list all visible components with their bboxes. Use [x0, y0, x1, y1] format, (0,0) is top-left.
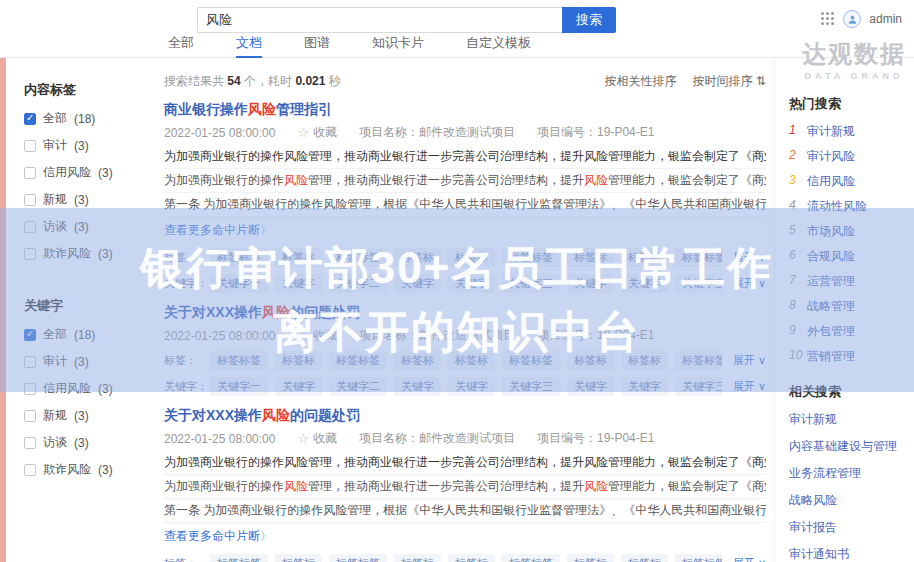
- tag-chip[interactable]: 标签标: [394, 248, 441, 267]
- filter-item-all[interactable]: 全部(18): [8, 321, 160, 348]
- result-title[interactable]: 关于对XXX操作风险的问题处罚: [164, 303, 766, 321]
- tag-chip[interactable]: 关键字: [394, 377, 441, 396]
- checkbox[interactable]: [24, 221, 36, 233]
- related-search-item[interactable]: 内容基础建设与管理: [789, 438, 914, 455]
- hot-search-item[interactable]: 8战略管理: [789, 298, 914, 315]
- checkbox[interactable]: [24, 194, 36, 206]
- tag-chip[interactable]: 标签标: [567, 351, 614, 370]
- checkbox[interactable]: [24, 329, 36, 341]
- apps-grid-icon[interactable]: [821, 12, 835, 26]
- filter-item-audit[interactable]: 审计(3): [8, 348, 160, 375]
- tag-chip[interactable]: 标签标签: [675, 248, 722, 267]
- tag-chip[interactable]: 标签标: [567, 248, 614, 267]
- tag-chip[interactable]: 关键字: [448, 377, 495, 396]
- tag-chip[interactable]: 关键字: [567, 377, 614, 396]
- filter-item-all[interactable]: 全部(18): [8, 105, 160, 132]
- hot-search-item[interactable]: 3信用风险: [789, 173, 914, 190]
- tag-chip[interactable]: 关键字三: [675, 377, 722, 396]
- tag-chip[interactable]: 标签标: [394, 554, 441, 562]
- hot-search-item[interactable]: 1审计新规: [789, 123, 914, 140]
- tag-chip[interactable]: 关键字一: [210, 377, 268, 396]
- tag-chip[interactable]: 标签标签: [329, 248, 387, 267]
- checkbox[interactable]: [24, 140, 36, 152]
- filter-item-interview[interactable]: 访谈(3): [8, 429, 160, 456]
- tag-chip[interactable]: 关键字二: [329, 377, 387, 396]
- hot-search-item[interactable]: 6合规风险: [789, 248, 914, 265]
- tag-chip[interactable]: 标签标: [448, 554, 495, 562]
- tag-chip[interactable]: 关键字: [567, 274, 614, 293]
- view-more-snippets-link[interactable]: 查看更多命中片断〉: [164, 522, 766, 547]
- favorite-button[interactable]: ☆收藏: [297, 430, 337, 447]
- tag-chip[interactable]: 标签标签: [675, 351, 722, 370]
- checkbox[interactable]: [24, 113, 36, 125]
- tag-chip[interactable]: 标签标签: [329, 554, 387, 562]
- tag-chip[interactable]: 关键字三: [502, 377, 560, 396]
- filter-item-fraud-risk[interactable]: 欺诈风险(3): [8, 456, 160, 483]
- tag-chip[interactable]: 标签标签: [675, 554, 722, 562]
- related-search-item[interactable]: 审计通知书: [789, 546, 914, 562]
- checkbox[interactable]: [24, 356, 36, 368]
- checkbox[interactable]: [24, 437, 36, 449]
- tag-chip[interactable]: 标签标: [394, 351, 441, 370]
- tag-chip[interactable]: 关键字: [275, 274, 322, 293]
- filter-item-new-rules[interactable]: 新规(3): [8, 402, 160, 429]
- checkbox[interactable]: [24, 410, 36, 422]
- filter-item-credit-risk[interactable]: 信用风险(3): [8, 159, 160, 186]
- tag-chip[interactable]: 标签标: [275, 351, 322, 370]
- tag-chip[interactable]: 标签标签: [210, 351, 268, 370]
- tag-chip[interactable]: 标签标签: [210, 554, 268, 562]
- tag-chips[interactable]: 标签标签标签标标签标签标签标标签标标签标签标签标标签标标签标签标签标标签标标签标…: [210, 351, 722, 370]
- filter-item-new-rules[interactable]: 新规(3): [8, 186, 160, 213]
- tag-chip[interactable]: 关键字二: [329, 274, 387, 293]
- hot-search-item[interactable]: 4流动性风险: [789, 198, 914, 215]
- related-search-item[interactable]: 战略风险: [789, 492, 914, 509]
- search-input[interactable]: [197, 7, 562, 33]
- result-title[interactable]: 关于对XXX操作风险的问题处罚: [164, 406, 766, 424]
- tag-chip[interactable]: 标签标: [448, 248, 495, 267]
- keyword-chips[interactable]: 关键字一关键字关键字二关键字关键字关键字三关键字关键字关键字三关键字关键字关键字…: [210, 274, 722, 293]
- tag-chips[interactable]: 标签标签标签标标签标签标签标标签标标签标签标签标标签标标签标签标签标标签标标签标…: [210, 248, 722, 267]
- tag-chip[interactable]: 标签标: [621, 351, 668, 370]
- tag-chip[interactable]: 关键字: [275, 377, 322, 396]
- tag-chip[interactable]: 关键字: [621, 377, 668, 396]
- hot-search-item[interactable]: 10营销管理: [789, 348, 914, 365]
- favorite-button[interactable]: ☆收藏: [297, 124, 337, 141]
- tag-chips[interactable]: 标签标签标签标标签标签标签标标签标标签标签标签标标签标标签标签标签标标签标标签标…: [210, 554, 722, 562]
- tag-chip[interactable]: 标签标: [275, 248, 322, 267]
- filter-item-interview[interactable]: 访谈(3): [8, 213, 160, 240]
- filter-item-audit[interactable]: 审计(3): [8, 132, 160, 159]
- related-search-item[interactable]: 业务流程管理: [789, 465, 914, 482]
- tab-all[interactable]: 全部: [168, 34, 194, 56]
- tag-chip[interactable]: 关键字三: [675, 274, 722, 293]
- tag-chip[interactable]: 标签标: [448, 351, 495, 370]
- tag-chip[interactable]: 标签标签: [210, 248, 268, 267]
- sort-by-time[interactable]: 按时间排序 ⇅: [693, 73, 766, 90]
- tag-chip[interactable]: 关键字一: [210, 274, 268, 293]
- checkbox[interactable]: [24, 248, 36, 260]
- hot-search-item[interactable]: 9外包管理: [789, 323, 914, 340]
- related-search-item[interactable]: 审计新规: [789, 411, 914, 428]
- sort-by-relevance[interactable]: 按相关性排序: [605, 73, 677, 90]
- tag-chip[interactable]: 标签标签: [329, 351, 387, 370]
- expand-button[interactable]: 展开 ∨: [722, 250, 766, 265]
- tab-graph[interactable]: 图谱: [304, 34, 330, 56]
- checkbox[interactable]: [24, 383, 36, 395]
- username-label[interactable]: admin: [869, 12, 902, 26]
- tab-custom-template[interactable]: 自定义模板: [466, 34, 531, 56]
- tag-chip[interactable]: 标签标签: [502, 351, 560, 370]
- related-search-item[interactable]: 审计报告: [789, 519, 914, 536]
- tag-chip[interactable]: 标签标: [621, 554, 668, 562]
- tag-chip[interactable]: 关键字: [621, 274, 668, 293]
- expand-button[interactable]: 展开 ∨: [722, 353, 766, 368]
- hot-search-item[interactable]: 7运营管理: [789, 273, 914, 290]
- tag-chip[interactable]: 标签标: [621, 248, 668, 267]
- hot-search-item[interactable]: 2审计风险: [789, 148, 914, 165]
- tag-chip[interactable]: 标签标: [567, 554, 614, 562]
- checkbox[interactable]: [24, 464, 36, 476]
- search-button[interactable]: 搜索: [562, 7, 616, 33]
- tag-chip[interactable]: 关键字: [394, 274, 441, 293]
- favorite-button[interactable]: ☆收藏: [297, 327, 337, 344]
- view-more-snippets-link[interactable]: 查看更多命中片断〉: [164, 216, 766, 241]
- user-avatar[interactable]: [843, 10, 861, 28]
- result-title[interactable]: 商业银行操作风险管理指引: [164, 100, 766, 118]
